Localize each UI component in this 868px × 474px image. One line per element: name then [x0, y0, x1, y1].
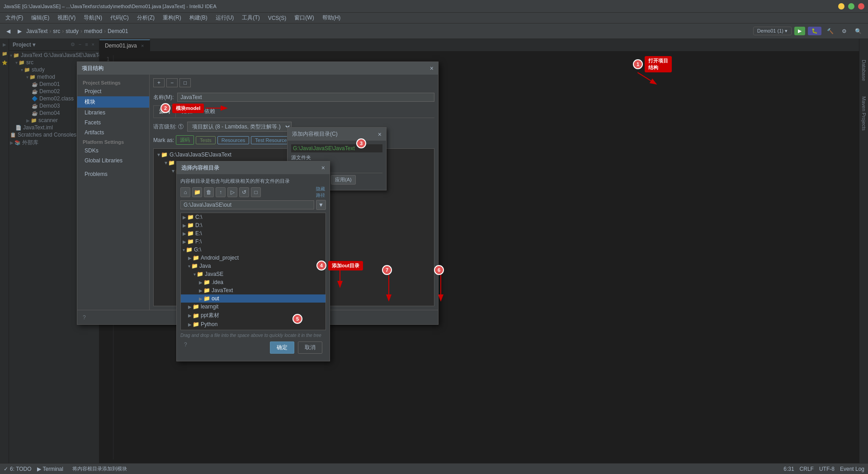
dir-item-javatext[interactable]: ▶ 📁 JavaText	[181, 286, 326, 294]
nav-modules[interactable]: 模块	[77, 96, 149, 108]
run-config-dropdown[interactable]: Demo01 (1) ▾	[753, 27, 792, 35]
breadcrumb-javatext[interactable]: JavaText	[26, 28, 47, 34]
mark-resources-button[interactable]: Resources	[217, 136, 250, 144]
dir-browse-button[interactable]: ▼	[316, 200, 326, 210]
dir-new-folder-button[interactable]: 📁	[192, 187, 202, 197]
menu-code[interactable]: 代码(C)	[107, 13, 132, 23]
add-module-button[interactable]: +	[153, 78, 165, 87]
menu-refactor[interactable]: 重构(R)	[159, 13, 185, 23]
menu-file[interactable]: 文件(F)	[2, 13, 27, 23]
hide-path-label[interactable]: 隐藏路径	[316, 187, 326, 197]
select-dir-help-icon[interactable]: ?	[184, 341, 187, 354]
back-button[interactable]: ◀	[4, 27, 13, 36]
mark-sources-button[interactable]: 源码	[176, 135, 194, 145]
menu-analyze[interactable]: 分析(Z)	[133, 13, 158, 23]
menu-navigate[interactable]: 导航(N)	[80, 13, 106, 23]
annotation-5: 5	[292, 314, 302, 324]
maximize-button[interactable]	[848, 3, 854, 9]
run-button[interactable]: ▶	[794, 27, 805, 35]
forward-button[interactable]: ▶	[15, 27, 24, 36]
module-name-row: + − □	[153, 78, 434, 89]
breadcrumb-method[interactable]: method	[84, 28, 102, 34]
select-dir-cancel-button[interactable]: 取消	[298, 341, 322, 354]
dir-item-javase[interactable]: ▾ 📁 JavaSE	[181, 270, 326, 278]
event-log-button[interactable]: Event Log	[840, 466, 864, 472]
dir-path-input[interactable]	[180, 200, 314, 209]
nav-facets[interactable]: Facets	[77, 118, 149, 128]
encoding-info[interactable]: UTF-8	[819, 466, 835, 472]
crlf-info[interactable]: CRLF	[800, 466, 814, 472]
annotation-1-label: 打开项目结构	[645, 56, 672, 72]
nav-project[interactable]: Project	[77, 86, 149, 96]
dir-e-icon: 📁	[187, 230, 194, 237]
dir-home-button[interactable]: ⌂	[180, 187, 190, 197]
menu-vcs[interactable]: VCS(S)	[264, 14, 290, 22]
module-name-input[interactable]	[177, 93, 434, 102]
mark-tests-button[interactable]: Tests	[196, 136, 216, 144]
svg-line-0	[637, 72, 656, 84]
breadcrumb-src[interactable]: src	[53, 28, 60, 34]
remove-module-button[interactable]: −	[166, 78, 178, 87]
dir-refresh-button[interactable]: ↺	[239, 187, 249, 197]
menu-view[interactable]: 视图(V)	[54, 13, 79, 23]
toolbar-right: Demo01 (1) ▾ ▶ 🐛 🔨 ⚙ 🔍	[753, 27, 864, 36]
menu-edit[interactable]: 编辑(E)	[28, 13, 53, 23]
dir-item-f[interactable]: ▶ 📁 F:\	[181, 237, 326, 246]
menu-tools[interactable]: 工具(T)	[238, 13, 263, 23]
select-dir-ok-button[interactable]: 确定	[270, 341, 294, 354]
todo-button[interactable]: ✓ 6: TODO	[4, 466, 32, 472]
dir-item-d[interactable]: ▶ 📁 D:\	[181, 221, 326, 229]
search-everywhere-button[interactable]: 🔍	[852, 27, 864, 36]
add-root-apply-button[interactable]: 应用(A)	[331, 175, 356, 185]
project-structure-title-text: 项目结构	[82, 65, 104, 72]
build-button[interactable]: 🔨	[824, 27, 836, 36]
dir-delete-button[interactable]: 🗑	[204, 187, 214, 197]
more-actions-button[interactable]: ⚙	[839, 27, 849, 36]
dir-learngit-icon: 📁	[193, 303, 199, 310]
menu-help[interactable]: 帮助(H)	[319, 13, 344, 23]
select-directory-dialog: 选择内容根目录 × 内容根目录是包含与此模块相关的所有文件的目录 ⌂ 📁 🗑 ↑…	[176, 161, 330, 361]
dir-item-learngit[interactable]: ▶ 📁 learngit	[181, 303, 326, 311]
add-root-title-text: 添加内容根目录(C)	[292, 130, 338, 138]
dir-item-ppt[interactable]: ▶ 📁 ppt素材	[181, 311, 326, 320]
menu-build[interactable]: 构建(B)	[186, 13, 211, 23]
dir-toolbar-icons: ⌂ 📁 🗑 ↑ ▷ ↺ □	[180, 187, 261, 197]
minimize-button[interactable]	[838, 3, 844, 9]
debug-button[interactable]: 🐛	[808, 27, 821, 35]
dir-tree[interactable]: ▶ 📁 C:\ ▶ 📁 D:\ ▶ 📁 E:\ ▶ 📁 F:\	[180, 213, 326, 330]
project-structure-close-button[interactable]: ×	[430, 65, 434, 72]
nav-problems[interactable]: Problems	[77, 169, 149, 179]
terminal-button[interactable]: ▶ Terminal	[37, 466, 63, 472]
dir-item-python[interactable]: ▶ 📁 Python	[181, 320, 326, 328]
dir-item-out[interactable]: ▶ 📁 out	[181, 294, 326, 303]
select-dir-close-button[interactable]: ×	[321, 164, 325, 171]
copy-module-button[interactable]: □	[179, 78, 191, 87]
menu-window[interactable]: 窗口(W)	[291, 13, 317, 23]
dir-up-button[interactable]: ↑	[216, 187, 226, 197]
dir-item-java[interactable]: ▾ 📁 Java	[181, 262, 326, 270]
main-layout: ▶ 📁 ⭐ Project ▾ ⚙ − ≡ × ▾ 📁 JavaText G:\…	[0, 39, 868, 463]
breadcrumb-study[interactable]: study	[66, 28, 79, 34]
close-button[interactable]	[858, 3, 864, 9]
dir-footer: Drag and drop a file into the space abov…	[180, 333, 326, 338]
dir-item-c[interactable]: ▶ 📁 C:\	[181, 213, 326, 221]
nav-libraries[interactable]: Libraries	[77, 108, 149, 118]
dir-item-idea[interactable]: ▶ 📁 .idea	[181, 278, 326, 286]
dir-item-stylegan[interactable]: ▶ 📁 Stylegan	[181, 328, 326, 330]
breadcrumb-demo01[interactable]: Demo01	[108, 28, 128, 34]
nav-sdks[interactable]: SDKs	[77, 146, 149, 156]
dir-copy-button[interactable]: □	[251, 187, 261, 197]
project-structure-help-icon[interactable]: ?	[83, 314, 86, 321]
add-root-close-button[interactable]: ×	[378, 131, 382, 138]
dir-expand-button[interactable]: ▷	[227, 187, 237, 197]
dir-item-android[interactable]: ▶ 📁 Android_project	[181, 254, 326, 262]
add-root-path: G:\Java\JavaSE\JavaText	[291, 144, 382, 152]
dir-android-icon: 📁	[193, 255, 199, 261]
dir-item-g[interactable]: ▾ 📁 G:\	[181, 246, 326, 254]
lang-level-select[interactable]: 项目默认 (8 - Lambdas, 类型注解等.)	[187, 122, 292, 132]
select-dir-body: 内容根目录是包含与此模块相关的所有文件的目录 ⌂ 📁 🗑 ↑ ▷ ↺ □ 隐藏路…	[177, 174, 330, 361]
nav-global-libraries[interactable]: Global Libraries	[77, 156, 149, 166]
nav-artifacts[interactable]: Artifacts	[77, 128, 149, 137]
menu-run[interactable]: 运行(U)	[212, 13, 238, 23]
dir-item-e[interactable]: ▶ 📁 E:\	[181, 229, 326, 237]
